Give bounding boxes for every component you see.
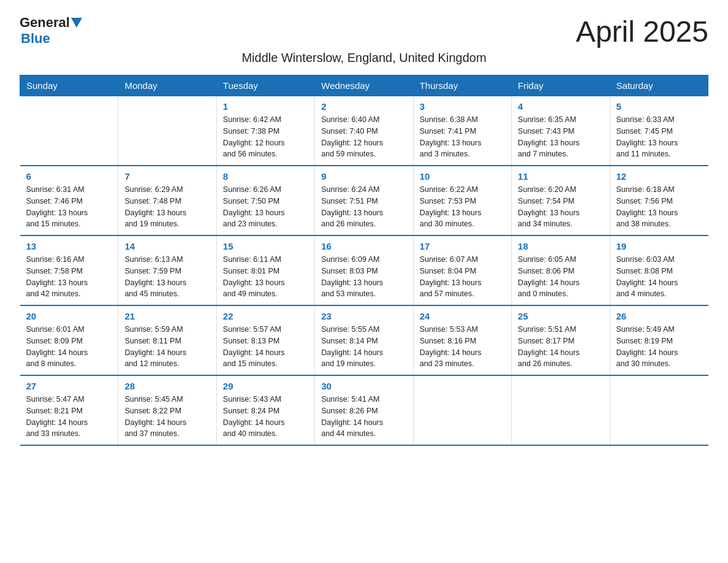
day-cell: 10Sunrise: 6:22 AMSunset: 7:53 PMDayligh… xyxy=(413,166,511,236)
day-info: Sunrise: 6:01 AMSunset: 8:09 PMDaylight:… xyxy=(26,324,112,370)
day-info: Sunrise: 6:26 AMSunset: 7:50 PMDaylight:… xyxy=(223,184,308,230)
day-number: 1 xyxy=(223,101,308,112)
day-cell: 1Sunrise: 6:42 AMSunset: 7:38 PMDaylight… xyxy=(216,96,314,166)
day-number: 25 xyxy=(518,311,603,321)
day-number: 12 xyxy=(616,171,702,182)
day-cell: 3Sunrise: 6:38 AMSunset: 7:41 PMDaylight… xyxy=(413,96,511,166)
subtitle: Middle Winterslow, England, United Kingd… xyxy=(20,51,708,65)
day-cell: 12Sunrise: 6:18 AMSunset: 7:56 PMDayligh… xyxy=(610,166,708,236)
day-info: Sunrise: 6:40 AMSunset: 7:40 PMDaylight:… xyxy=(321,114,406,160)
day-number: 4 xyxy=(518,101,603,112)
day-cell: 5Sunrise: 6:33 AMSunset: 7:45 PMDaylight… xyxy=(610,96,708,166)
day-cell: 21Sunrise: 5:59 AMSunset: 8:11 PMDayligh… xyxy=(118,305,216,375)
day-info: Sunrise: 6:16 AMSunset: 7:58 PMDaylight:… xyxy=(26,254,112,300)
day-info: Sunrise: 5:55 AMSunset: 8:14 PMDaylight:… xyxy=(321,324,406,370)
calendar-header: SundayMondayTuesdayWednesdayThursdayFrid… xyxy=(20,75,708,96)
day-cell: 4Sunrise: 6:35 AMSunset: 7:43 PMDaylight… xyxy=(512,96,610,166)
calendar-body: 1Sunrise: 6:42 AMSunset: 7:38 PMDaylight… xyxy=(20,96,708,446)
day-cell: 22Sunrise: 5:57 AMSunset: 8:13 PMDayligh… xyxy=(216,305,314,375)
day-info: Sunrise: 5:51 AMSunset: 8:17 PMDaylight:… xyxy=(518,324,603,370)
day-info: Sunrise: 6:20 AMSunset: 7:54 PMDaylight:… xyxy=(518,184,603,230)
day-info: Sunrise: 6:22 AMSunset: 7:53 PMDaylight:… xyxy=(420,184,505,230)
day-cell: 26Sunrise: 5:49 AMSunset: 8:19 PMDayligh… xyxy=(610,305,708,375)
day-info: Sunrise: 6:42 AMSunset: 7:38 PMDaylight:… xyxy=(223,114,308,160)
day-cell: 7Sunrise: 6:29 AMSunset: 7:48 PMDaylight… xyxy=(118,166,216,236)
day-number: 24 xyxy=(420,311,505,321)
day-cell: 13Sunrise: 6:16 AMSunset: 7:58 PMDayligh… xyxy=(20,236,118,305)
day-cell: 25Sunrise: 5:51 AMSunset: 8:17 PMDayligh… xyxy=(512,305,610,375)
day-number: 19 xyxy=(616,241,702,251)
day-cell: 23Sunrise: 5:55 AMSunset: 8:14 PMDayligh… xyxy=(315,305,413,375)
day-cell: 8Sunrise: 6:26 AMSunset: 7:50 PMDaylight… xyxy=(216,166,314,236)
logo-blue: Blue xyxy=(21,31,50,47)
day-info: Sunrise: 5:59 AMSunset: 8:11 PMDaylight:… xyxy=(124,324,210,370)
day-cell: 18Sunrise: 6:05 AMSunset: 8:06 PMDayligh… xyxy=(512,236,610,305)
day-number: 9 xyxy=(321,171,406,182)
day-cell: 9Sunrise: 6:24 AMSunset: 7:51 PMDaylight… xyxy=(315,166,413,236)
header: General Blue April 2025 xyxy=(20,15,708,48)
week-row-4: 20Sunrise: 6:01 AMSunset: 8:09 PMDayligh… xyxy=(20,305,708,375)
day-number: 2 xyxy=(321,101,406,112)
day-info: Sunrise: 6:07 AMSunset: 8:04 PMDaylight:… xyxy=(420,254,505,300)
day-number: 6 xyxy=(26,171,112,182)
day-cell xyxy=(118,96,216,166)
day-info: Sunrise: 5:45 AMSunset: 8:22 PMDaylight:… xyxy=(124,394,210,440)
day-cell xyxy=(610,375,708,445)
day-number: 18 xyxy=(518,241,603,251)
day-info: Sunrise: 6:29 AMSunset: 7:48 PMDaylight:… xyxy=(124,184,210,230)
day-cell xyxy=(20,96,118,166)
header-saturday: Saturday xyxy=(610,75,708,96)
day-info: Sunrise: 6:09 AMSunset: 8:03 PMDaylight:… xyxy=(321,254,406,300)
day-number: 10 xyxy=(420,171,505,182)
svg-marker-0 xyxy=(71,18,82,28)
logo-triangle-icon xyxy=(71,18,82,29)
day-cell xyxy=(413,375,511,445)
day-cell: 24Sunrise: 5:53 AMSunset: 8:16 PMDayligh… xyxy=(413,305,511,375)
day-number: 20 xyxy=(26,311,112,321)
day-cell: 20Sunrise: 6:01 AMSunset: 8:09 PMDayligh… xyxy=(20,305,118,375)
day-cell: 17Sunrise: 6:07 AMSunset: 8:04 PMDayligh… xyxy=(413,236,511,305)
page-title: April 2025 xyxy=(576,15,708,48)
logo-general: General xyxy=(20,15,70,31)
day-number: 11 xyxy=(518,171,603,182)
day-cell: 19Sunrise: 6:03 AMSunset: 8:08 PMDayligh… xyxy=(610,236,708,305)
day-cell xyxy=(512,375,610,445)
day-number: 27 xyxy=(26,381,112,391)
day-cell: 15Sunrise: 6:11 AMSunset: 8:01 PMDayligh… xyxy=(216,236,314,305)
day-info: Sunrise: 6:13 AMSunset: 7:59 PMDaylight:… xyxy=(124,254,210,300)
day-cell: 29Sunrise: 5:43 AMSunset: 8:24 PMDayligh… xyxy=(216,375,314,445)
day-number: 14 xyxy=(124,241,210,251)
day-info: Sunrise: 6:03 AMSunset: 8:08 PMDaylight:… xyxy=(616,254,702,300)
day-cell: 6Sunrise: 6:31 AMSunset: 7:46 PMDaylight… xyxy=(20,166,118,236)
day-number: 17 xyxy=(420,241,505,251)
day-info: Sunrise: 6:24 AMSunset: 7:51 PMDaylight:… xyxy=(321,184,406,230)
week-row-2: 6Sunrise: 6:31 AMSunset: 7:46 PMDaylight… xyxy=(20,166,708,236)
day-number: 29 xyxy=(223,381,308,391)
day-number: 13 xyxy=(26,241,112,251)
day-number: 15 xyxy=(223,241,308,251)
day-number: 16 xyxy=(321,241,406,251)
day-info: Sunrise: 5:41 AMSunset: 8:26 PMDaylight:… xyxy=(321,394,406,440)
logo: General Blue xyxy=(20,15,82,47)
day-info: Sunrise: 5:47 AMSunset: 8:21 PMDaylight:… xyxy=(26,394,112,440)
day-info: Sunrise: 6:35 AMSunset: 7:43 PMDaylight:… xyxy=(518,114,603,160)
day-number: 28 xyxy=(124,381,210,391)
week-row-5: 27Sunrise: 5:47 AMSunset: 8:21 PMDayligh… xyxy=(20,375,708,445)
week-row-1: 1Sunrise: 6:42 AMSunset: 7:38 PMDaylight… xyxy=(20,96,708,166)
header-monday: Monday xyxy=(118,75,216,96)
day-info: Sunrise: 6:18 AMSunset: 7:56 PMDaylight:… xyxy=(616,184,702,230)
day-cell: 2Sunrise: 6:40 AMSunset: 7:40 PMDaylight… xyxy=(315,96,413,166)
day-info: Sunrise: 6:38 AMSunset: 7:41 PMDaylight:… xyxy=(420,114,505,160)
day-number: 5 xyxy=(616,101,702,112)
day-number: 21 xyxy=(124,311,210,321)
day-info: Sunrise: 5:49 AMSunset: 8:19 PMDaylight:… xyxy=(616,324,702,370)
day-number: 30 xyxy=(321,381,406,391)
day-number: 8 xyxy=(223,171,308,182)
day-cell: 27Sunrise: 5:47 AMSunset: 8:21 PMDayligh… xyxy=(20,375,118,445)
day-number: 26 xyxy=(616,311,702,321)
day-number: 7 xyxy=(124,171,210,182)
week-row-3: 13Sunrise: 6:16 AMSunset: 7:58 PMDayligh… xyxy=(20,236,708,305)
header-friday: Friday xyxy=(512,75,610,96)
day-info: Sunrise: 6:31 AMSunset: 7:46 PMDaylight:… xyxy=(26,184,112,230)
calendar-table: SundayMondayTuesdayWednesdayThursdayFrid… xyxy=(20,75,708,446)
